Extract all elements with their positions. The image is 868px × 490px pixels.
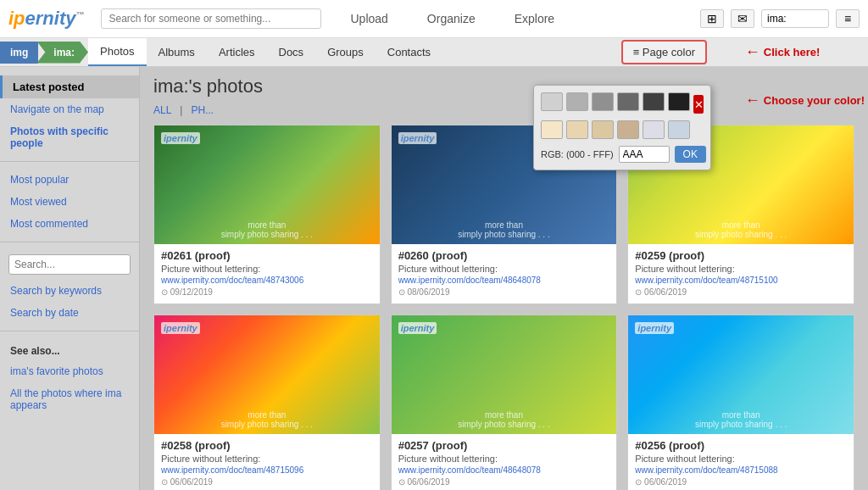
photo-title: #0258 (proof) <box>161 439 373 452</box>
swatch-4[interactable] <box>617 92 639 111</box>
swatch-12[interactable] <box>668 120 690 139</box>
tab-articles[interactable]: Articles <box>207 39 267 65</box>
photo-date: ⊙ 06/06/2019 <box>635 287 847 297</box>
photo-date: ⊙ 08/06/2019 <box>398 287 610 297</box>
photo-info: #0257 (proof) Picture without lettering:… <box>392 434 617 490</box>
photo-url[interactable]: www.ipernity.com/doc/team/48715096 <box>161 465 373 475</box>
tab-albums[interactable]: Albums <box>147 39 207 65</box>
photo-tagline: more thansimply photo sharing . . . <box>392 220 617 239</box>
filter-separator: | <box>180 104 182 116</box>
sidebar-favorite-photos[interactable]: ima's favorite photos <box>0 360 139 382</box>
photo-card[interactable]: ipernity more thansimply photo sharing .… <box>627 315 854 490</box>
photo-tagline: more thansimply photo sharing . . . <box>628 220 854 239</box>
sidebar-most-popular[interactable]: Most popular <box>0 169 139 191</box>
ipernity-logo: ipernity <box>635 322 674 334</box>
photo-date: ⊙ 09/12/2019 <box>161 287 373 297</box>
grid-icon[interactable]: ⊞ <box>700 9 724 28</box>
swatch-8[interactable] <box>566 120 588 139</box>
photo-desc: Picture without lettering: <box>635 264 847 274</box>
photo-url[interactable]: www.ipernity.com/doc/team/48743006 <box>161 276 373 285</box>
swatch-1[interactable] <box>541 92 563 111</box>
photo-desc: Picture without lettering: <box>398 454 610 464</box>
color-ok-button[interactable]: OK <box>675 146 706 163</box>
tabs-row: img ima: Photos Albums Articles Docs Gro… <box>0 38 868 67</box>
sidebar-search-input[interactable] <box>8 254 131 275</box>
swatch-3[interactable] <box>592 92 614 111</box>
tab-groups[interactable]: Groups <box>315 39 376 65</box>
breadcrumb-img[interactable]: img <box>0 42 38 64</box>
photo-url[interactable]: www.ipernity.com/doc/team/48715100 <box>635 276 847 285</box>
photo-desc: Picture without lettering: <box>635 454 847 464</box>
sidebar-most-commented[interactable]: Most commented <box>0 213 139 235</box>
photo-thumbnail[interactable]: ipernity more thansimply photo sharing .… <box>154 315 380 434</box>
tabs-section: img ima: Photos Albums Articles Docs Gro… <box>0 38 868 67</box>
brand-logo[interactable]: ipernity™ <box>8 8 84 30</box>
photo-title: #0260 (proof) <box>398 249 610 262</box>
photo-desc: Picture without lettering: <box>161 264 373 274</box>
photo-tagline: more thansimply photo sharing . . . <box>154 410 380 429</box>
main-area: Latest posted Navigate on the map Photos… <box>0 67 868 490</box>
sidebar-search-date[interactable]: Search by date <box>0 302 139 324</box>
color-picker-bottom: RGB: (000 - FFF) OK <box>541 146 704 163</box>
photo-url[interactable]: www.ipernity.com/doc/team/48648078 <box>398 276 610 285</box>
nav-links: Upload Organize Explore <box>338 5 566 32</box>
menu-icon[interactable]: ≡ <box>836 9 860 28</box>
photo-thumbnail[interactable]: ipernity more thansimply photo sharing .… <box>628 315 854 434</box>
breadcrumb-user[interactable]: ima: <box>36 42 88 64</box>
photo-card[interactable]: ipernity more thansimply photo sharing .… <box>391 315 618 490</box>
nav-organize[interactable]: Organize <box>415 5 487 32</box>
color-picker-close[interactable]: ✕ <box>693 95 704 114</box>
photo-card[interactable]: ipernity more thansimply photo sharing .… <box>153 125 381 304</box>
photo-tagline: more thansimply photo sharing . . . <box>628 410 854 429</box>
photo-card[interactable]: ipernity more thansimply photo sharing .… <box>153 315 381 490</box>
swatch-11[interactable] <box>643 120 665 139</box>
photo-title: #0259 (proof) <box>635 249 847 262</box>
sidebar-navigate-map[interactable]: Navigate on the map <box>0 98 139 120</box>
photo-url[interactable]: www.ipernity.com/doc/team/48648078 <box>398 465 610 475</box>
photo-info: #0261 (proof) Picture without lettering:… <box>154 244 380 303</box>
brand-name: ip <box>8 8 25 29</box>
swatch-5[interactable] <box>643 92 665 111</box>
sidebar-photos-specific[interactable]: Photos with specific people <box>0 120 139 154</box>
rgb-label: RGB: (000 - FFF) <box>541 149 614 159</box>
ipernity-logo: ipernity <box>398 322 437 334</box>
nav-explore[interactable]: Explore <box>503 5 566 32</box>
photo-desc: Picture without lettering: <box>398 264 610 274</box>
filter-ph[interactable]: PH... <box>191 104 214 116</box>
photo-date: ⊙ 06/06/2019 <box>161 477 373 487</box>
photo-info: #0256 (proof) Picture without lettering:… <box>628 434 854 490</box>
swatch-2[interactable] <box>566 92 588 111</box>
photo-info: #0260 (proof) Picture without lettering:… <box>392 244 617 303</box>
color-swatches-row2 <box>541 120 704 139</box>
photo-grid: ipernity more thansimply photo sharing .… <box>153 125 854 490</box>
photo-url[interactable]: www.ipernity.com/doc/team/48715088 <box>635 465 847 475</box>
swatch-7[interactable] <box>541 120 563 139</box>
tab-contacts[interactable]: Contacts <box>376 39 442 65</box>
filter-all[interactable]: ALL <box>153 104 171 116</box>
main-search-input[interactable] <box>101 8 321 29</box>
photo-info: #0259 (proof) Picture without lettering:… <box>628 244 854 303</box>
page-color-button[interactable]: ≡ Page color <box>621 40 707 64</box>
user-search-input[interactable] <box>761 9 829 28</box>
photo-title: #0256 (proof) <box>635 439 847 452</box>
swatch-10[interactable] <box>617 120 639 139</box>
tab-docs[interactable]: Docs <box>267 39 316 65</box>
sidebar-latest-posted[interactable]: Latest posted <box>0 75 139 98</box>
swatch-9[interactable] <box>592 120 614 139</box>
swatch-6[interactable] <box>668 92 690 111</box>
top-right-controls: ⊞ ✉ ≡ <box>700 9 860 28</box>
rgb-input[interactable] <box>619 146 670 163</box>
photo-tagline: more thansimply photo sharing . . . <box>392 410 617 429</box>
tab-photos[interactable]: Photos <box>88 38 146 66</box>
nav-upload[interactable]: Upload <box>338 5 399 32</box>
photo-thumbnail[interactable]: ipernity more thansimply photo sharing .… <box>154 125 380 244</box>
photo-thumbnail[interactable]: ipernity more thansimply photo sharing .… <box>392 315 617 434</box>
mail-icon[interactable]: ✉ <box>731 9 754 28</box>
photo-date: ⊙ 06/06/2019 <box>398 477 610 487</box>
sidebar-see-also: See also... <box>0 338 139 360</box>
sidebar-most-viewed[interactable]: Most viewed <box>0 191 139 213</box>
sidebar-search-keywords[interactable]: Search by keywords <box>0 280 139 302</box>
photo-info: #0258 (proof) Picture without lettering:… <box>154 434 380 490</box>
color-picker-popup: ✕ RGB: (000 - FFF) OK <box>533 85 711 170</box>
sidebar-all-photos-where[interactable]: All the photos where ima appears <box>0 382 139 416</box>
